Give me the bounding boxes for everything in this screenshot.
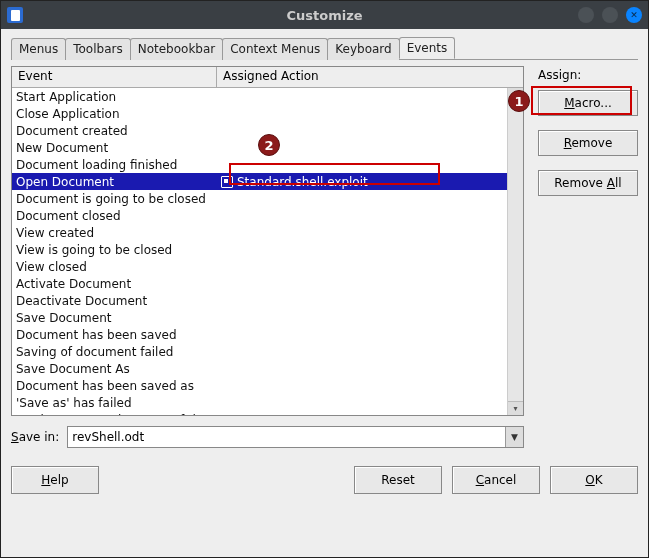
- table-row[interactable]: View created: [12, 224, 523, 241]
- close-icon[interactable]: [626, 7, 642, 23]
- ok-button[interactable]: OK: [550, 466, 638, 494]
- document-icon: [7, 7, 23, 23]
- table-row[interactable]: Document is going to be closed: [12, 190, 523, 207]
- table-row[interactable]: Document closed: [12, 207, 523, 224]
- table-row[interactable]: Document has been saved: [12, 326, 523, 343]
- table-row[interactable]: 'Save as' has failed: [12, 394, 523, 411]
- window-title: Customize: [1, 8, 648, 23]
- event-name: Open Document: [12, 175, 217, 189]
- tabstrip: Menus Toolbars Notebookbar Context Menus…: [11, 37, 638, 60]
- tab-menus[interactable]: Menus: [11, 38, 66, 60]
- reset-button[interactable]: Reset: [354, 466, 442, 494]
- event-name: Close Application: [12, 107, 217, 121]
- table-row[interactable]: Document loading finished: [12, 156, 523, 173]
- event-action: Standard.shell.exploit: [217, 175, 523, 189]
- event-name: New Document: [12, 141, 217, 155]
- table-row[interactable]: View closed: [12, 258, 523, 275]
- annotation-badge-2: 2: [258, 134, 280, 156]
- event-name: 'Save as' has failed: [12, 396, 217, 410]
- remove-button[interactable]: Remove: [538, 130, 638, 156]
- table-row[interactable]: Storing or exporting copy of document: [12, 411, 523, 415]
- col-event[interactable]: Event: [12, 67, 217, 87]
- save-in-label: Save in:: [11, 430, 59, 444]
- assign-panel: Assign: Macro... Remove Remove All: [538, 66, 638, 448]
- event-name: Document loading finished: [12, 158, 217, 172]
- table-row[interactable]: Open DocumentStandard.shell.exploit: [12, 173, 523, 190]
- table-row[interactable]: Deactivate Document: [12, 292, 523, 309]
- tab-context-menus[interactable]: Context Menus: [222, 38, 328, 60]
- event-name: Deactivate Document: [12, 294, 217, 308]
- scroll-down-icon[interactable]: ▾: [508, 401, 523, 415]
- scrollbar[interactable]: ▴ ▾: [507, 88, 523, 415]
- titlebar: Customize: [1, 1, 648, 29]
- cancel-button[interactable]: Cancel: [452, 466, 540, 494]
- event-name: Activate Document: [12, 277, 217, 291]
- event-name: Document is going to be closed: [12, 192, 217, 206]
- table-row[interactable]: Saving of document failed: [12, 343, 523, 360]
- event-name: Saving of document failed: [12, 345, 217, 359]
- remove-all-button[interactable]: Remove All: [538, 170, 638, 196]
- table-row[interactable]: Document has been saved as: [12, 377, 523, 394]
- macro-button[interactable]: Macro...: [538, 90, 638, 116]
- event-name: Save Document: [12, 311, 217, 325]
- table-row[interactable]: Start Application: [12, 88, 523, 105]
- event-name: View created: [12, 226, 217, 240]
- maximize-icon[interactable]: [602, 7, 618, 23]
- event-name: Document has been saved: [12, 328, 217, 342]
- table-row[interactable]: Activate Document: [12, 275, 523, 292]
- event-name: View closed: [12, 260, 217, 274]
- tab-events[interactable]: Events: [399, 37, 456, 59]
- macro-icon: [221, 176, 233, 188]
- table-row[interactable]: Save Document As: [12, 360, 523, 377]
- col-action[interactable]: Assigned Action: [217, 67, 523, 87]
- table-row[interactable]: Save Document: [12, 309, 523, 326]
- list-header: Event Assigned Action: [12, 67, 523, 88]
- event-name: Start Application: [12, 90, 217, 104]
- tab-notebookbar[interactable]: Notebookbar: [130, 38, 224, 60]
- annotation-badge-1: 1: [508, 90, 530, 112]
- event-name: Document closed: [12, 209, 217, 223]
- table-row[interactable]: Close Application: [12, 105, 523, 122]
- events-panel: Event Assigned Action Start ApplicationC…: [11, 66, 638, 448]
- dialog-body: Menus Toolbars Notebookbar Context Menus…: [1, 29, 648, 557]
- event-name: Save Document As: [12, 362, 217, 376]
- minimize-icon[interactable]: [578, 7, 594, 23]
- help-button[interactable]: Help: [11, 466, 99, 494]
- customize-dialog: Customize Menus Toolbars Notebookbar Con…: [0, 0, 649, 558]
- chevron-down-icon[interactable]: ▼: [505, 427, 523, 447]
- event-name: Storing or exporting copy of document: [12, 413, 217, 416]
- dialog-footer: Help Reset Cancel OK: [11, 448, 638, 494]
- events-listbox[interactable]: Event Assigned Action Start ApplicationC…: [11, 66, 524, 416]
- save-in-combo[interactable]: revShell.odt ▼: [67, 426, 524, 448]
- event-name: Document has been saved as: [12, 379, 217, 393]
- tab-toolbars[interactable]: Toolbars: [65, 38, 130, 60]
- assign-label: Assign:: [538, 68, 638, 82]
- table-row[interactable]: View is going to be closed: [12, 241, 523, 258]
- save-in-value: revShell.odt: [72, 430, 144, 444]
- save-in-row: Save in: revShell.odt ▼: [11, 426, 524, 448]
- event-name: View is going to be closed: [12, 243, 217, 257]
- tab-keyboard[interactable]: Keyboard: [327, 38, 399, 60]
- event-name: Document created: [12, 124, 217, 138]
